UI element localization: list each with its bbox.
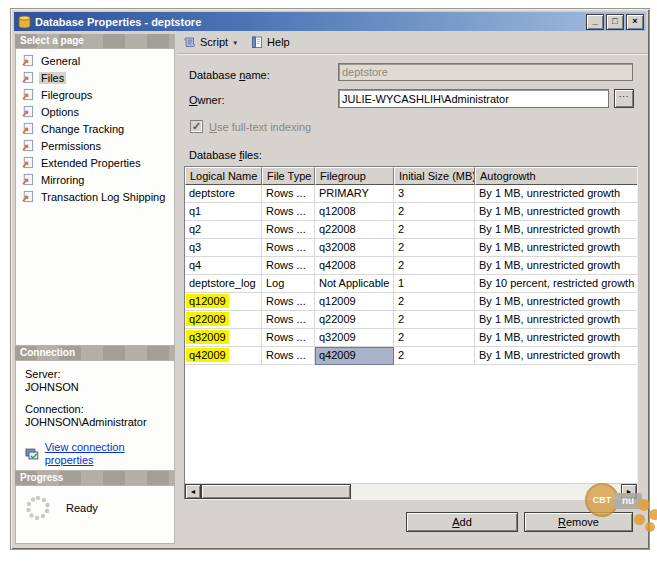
view-connection-properties-link[interactable]: View connection properties xyxy=(45,441,174,467)
cell-initial-size[interactable]: 2 xyxy=(394,293,475,311)
cell-logical-name[interactable]: deptstore_log xyxy=(185,275,262,293)
cell-file-type[interactable]: Rows ... xyxy=(262,203,315,221)
cell-file-type[interactable]: Rows ... xyxy=(262,311,315,329)
cell-file-type[interactable]: Rows ... xyxy=(262,257,315,275)
cell-filegroup[interactable]: q42008 xyxy=(315,257,394,275)
cell-file-type[interactable]: Rows ... xyxy=(262,185,315,203)
page-icon xyxy=(21,139,34,152)
sidebar-item-change-tracking[interactable]: Change Tracking xyxy=(16,120,174,137)
cell-autogrowth[interactable]: By 1 MB, unrestricted growth xyxy=(475,203,637,221)
progress-header: Progress xyxy=(15,471,175,485)
connection-value: JOHNSON\Administrator xyxy=(25,416,174,429)
horizontal-scrollbar: ◄ ► xyxy=(185,483,637,499)
sidebar-item-transaction-log-shipping[interactable]: Transaction Log Shipping xyxy=(16,188,174,205)
database-icon xyxy=(18,15,31,29)
cell-logical-name[interactable]: q12009 xyxy=(185,293,262,311)
cell-logical-name[interactable]: deptstore xyxy=(185,185,262,203)
highlighted-text: q12009 xyxy=(186,294,229,308)
cell-initial-size[interactable]: 2 xyxy=(394,329,475,347)
owner-browse-button[interactable]: ... xyxy=(614,89,634,108)
toolbar: Script ▼ Help xyxy=(177,31,648,54)
cell-initial-size[interactable]: 2 xyxy=(394,347,475,365)
page-icon xyxy=(21,190,34,203)
chevron-down-icon[interactable]: ▼ xyxy=(232,40,238,46)
cell-initial-size[interactable]: 2 xyxy=(394,203,475,221)
cell-autogrowth[interactable]: By 1 MB, unrestricted growth xyxy=(475,311,637,329)
cell-logical-name[interactable]: q42009 xyxy=(185,347,262,365)
table-row: q32009 Rows ... q32009 2 By 1 MB, unrest… xyxy=(185,329,637,347)
cell-initial-size[interactable]: 2 xyxy=(394,311,475,329)
cell-autogrowth[interactable]: By 1 MB, unrestricted growth xyxy=(475,221,637,239)
help-button[interactable]: Help xyxy=(247,34,293,50)
cell-logical-name[interactable]: q1 xyxy=(185,203,262,221)
main-panel: Script ▼ Help Database name: Owner: ... … xyxy=(177,31,648,544)
owner-field[interactable] xyxy=(338,89,609,108)
sidebar-item-extended-properties[interactable]: Extended Properties xyxy=(16,154,174,171)
cell-filegroup[interactable]: q22008 xyxy=(315,221,394,239)
cell-initial-size[interactable]: 2 xyxy=(394,221,475,239)
cell-autogrowth[interactable]: By 1 MB, unrestricted growth xyxy=(475,257,637,275)
cell-filegroup-selected[interactable]: q42009 xyxy=(315,347,394,365)
cell-autogrowth[interactable]: By 1 MB, unrestricted growth xyxy=(475,185,637,203)
cell-autogrowth[interactable]: By 1 MB, unrestricted growth xyxy=(475,293,637,311)
script-label: Script xyxy=(200,36,228,48)
sidebar-item-options[interactable]: Options xyxy=(16,103,174,120)
table-header-row: Logical Name File Type Filegroup Initial… xyxy=(185,167,637,185)
owner-label: Owner: xyxy=(189,94,224,106)
sidebar-item-general[interactable]: General xyxy=(16,52,174,69)
cell-filegroup[interactable]: PRIMARY xyxy=(315,185,394,203)
sidebar-item-label: Mirroring xyxy=(39,174,86,186)
cell-initial-size[interactable]: 2 xyxy=(394,257,475,275)
sidebar-item-mirroring[interactable]: Mirroring xyxy=(16,171,174,188)
cell-initial-size[interactable]: 1 xyxy=(394,275,475,293)
page-icon xyxy=(21,105,34,118)
cell-file-type[interactable]: Rows ... xyxy=(262,329,315,347)
cell-initial-size[interactable]: 3 xyxy=(394,185,475,203)
sidebar-item-filegroups[interactable]: Filegroups xyxy=(16,86,174,103)
table-row: q2 Rows ... q22008 2 By 1 MB, unrestrict… xyxy=(185,221,637,239)
cell-autogrowth[interactable]: By 1 MB, unrestricted growth xyxy=(475,239,637,257)
cell-file-type[interactable]: Rows ... xyxy=(262,293,315,311)
cell-initial-size[interactable]: 2 xyxy=(394,239,475,257)
cell-filegroup[interactable]: Not Applicable xyxy=(315,275,394,293)
minimize-button[interactable]: _ xyxy=(586,14,604,30)
cell-file-type[interactable]: Rows ... xyxy=(262,239,315,257)
cell-autogrowth[interactable]: By 1 MB, unrestricted growth xyxy=(475,347,637,365)
cell-logical-name[interactable]: q3 xyxy=(185,239,262,257)
cell-filegroup[interactable]: q12008 xyxy=(315,203,394,221)
cell-logical-name[interactable]: q32009 xyxy=(185,329,262,347)
fulltext-label: Use full-text indexing xyxy=(209,121,311,133)
cell-autogrowth[interactable]: By 1 MB, unrestricted growth xyxy=(475,329,637,347)
cell-file-type[interactable]: Rows ... xyxy=(262,347,315,365)
maximize-button[interactable]: □ xyxy=(606,14,624,30)
scroll-right-button[interactable]: ► xyxy=(621,484,637,499)
cell-filegroup[interactable]: q12009 xyxy=(315,293,394,311)
cell-logical-name[interactable]: q4 xyxy=(185,257,262,275)
cell-filegroup[interactable]: q32008 xyxy=(315,239,394,257)
add-button[interactable]: Add xyxy=(406,512,518,532)
grid-empty-area xyxy=(185,365,637,483)
sidebar-item-permissions[interactable]: Permissions xyxy=(16,137,174,154)
cell-autogrowth[interactable]: By 10 percent, restricted growth t.. xyxy=(475,275,637,293)
cell-logical-name[interactable]: q2 xyxy=(185,221,262,239)
remove-button[interactable]: Remove xyxy=(524,512,633,532)
highlighted-text: q42009 xyxy=(186,348,229,362)
scroll-left-button[interactable]: ◄ xyxy=(185,484,201,499)
sidebar-item-files[interactable]: Files xyxy=(16,69,174,86)
cell-file-type[interactable]: Rows ... xyxy=(262,221,315,239)
connection-header: Connection xyxy=(15,346,175,360)
cell-file-type[interactable]: Log xyxy=(262,275,315,293)
select-a-page-header: Select a page xyxy=(15,34,175,48)
scrollbar-track[interactable] xyxy=(201,484,621,499)
server-value: JOHNSON xyxy=(25,381,174,394)
cell-logical-name[interactable]: q22009 xyxy=(185,311,262,329)
close-button[interactable]: × xyxy=(626,14,644,30)
title-bar: Database Properties - deptstore _ □ × xyxy=(14,12,646,31)
database-files-grid: Logical Name File Type Filegroup Initial… xyxy=(184,166,638,500)
cell-filegroup[interactable]: q32009 xyxy=(315,329,394,347)
sidebar-item-label: Extended Properties xyxy=(39,157,143,169)
script-button[interactable]: Script ▼ xyxy=(180,34,247,50)
database-name-label: Database name: xyxy=(189,69,270,81)
scrollbar-thumb[interactable] xyxy=(201,484,351,499)
cell-filegroup[interactable]: q22009 xyxy=(315,311,394,329)
